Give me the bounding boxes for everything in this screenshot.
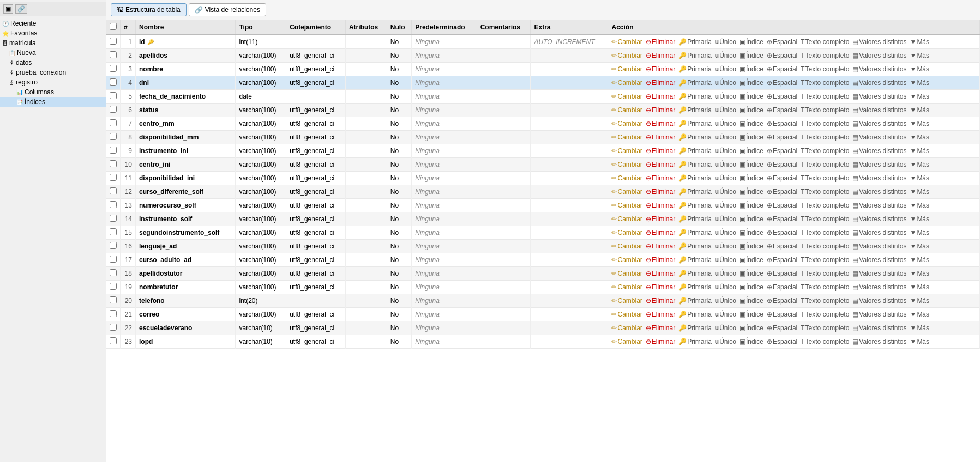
spatial-link[interactable]: ⊕ Espacial xyxy=(767,79,797,87)
fulltext-link[interactable]: T Texto completo xyxy=(801,311,849,318)
row-checkbox[interactable] xyxy=(110,256,117,263)
more-link[interactable]: ▼ Más xyxy=(910,324,929,332)
edit-link[interactable]: ✏ Cambiar xyxy=(611,229,642,236)
delete-link[interactable]: ⊖ Eliminar xyxy=(646,65,675,73)
distinct-link[interactable]: ▤ Valores distintos xyxy=(852,215,906,223)
row-checkbox-cell[interactable] xyxy=(106,267,121,281)
distinct-link[interactable]: ▤ Valores distintos xyxy=(852,65,906,73)
row-checkbox[interactable] xyxy=(110,65,117,72)
unique-link[interactable]: u Único xyxy=(715,38,736,46)
fulltext-link[interactable]: T Texto completo xyxy=(801,202,849,209)
row-checkbox[interactable] xyxy=(110,160,117,167)
primary-link[interactable]: 🔑 Primaria xyxy=(678,297,712,305)
delete-link[interactable]: ⊖ Eliminar xyxy=(646,174,675,182)
edit-link[interactable]: ✏ Cambiar xyxy=(611,133,642,141)
unique-link[interactable]: u Único xyxy=(715,202,736,209)
unique-link[interactable]: u Único xyxy=(715,311,736,318)
spatial-link[interactable]: ⊕ Espacial xyxy=(767,65,797,73)
fulltext-link[interactable]: T Texto completo xyxy=(801,93,849,100)
row-checkbox[interactable] xyxy=(110,283,117,290)
index-link[interactable]: ▣ Índice xyxy=(739,174,763,182)
spatial-link[interactable]: ⊕ Espacial xyxy=(767,202,797,209)
row-checkbox-cell[interactable] xyxy=(106,35,121,49)
delete-link[interactable]: ⊖ Eliminar xyxy=(646,106,675,114)
unique-link[interactable]: u Único xyxy=(715,338,736,345)
delete-link[interactable]: ⊖ Eliminar xyxy=(646,215,675,223)
index-link[interactable]: ▣ Índice xyxy=(739,229,763,236)
index-link[interactable]: ▣ Índice xyxy=(739,242,763,250)
sidebar-item-matricula[interactable]: 🗄 matricula xyxy=(0,38,106,48)
index-link[interactable]: ▣ Índice xyxy=(739,147,763,155)
fulltext-link[interactable]: T Texto completo xyxy=(801,297,849,305)
index-link[interactable]: ▣ Índice xyxy=(739,311,763,318)
more-link[interactable]: ▼ Más xyxy=(910,38,929,46)
fulltext-link[interactable]: T Texto completo xyxy=(801,338,849,345)
row-checkbox[interactable] xyxy=(110,133,117,140)
edit-link[interactable]: ✏ Cambiar xyxy=(611,297,642,305)
edit-link[interactable]: ✏ Cambiar xyxy=(611,311,642,318)
spatial-link[interactable]: ⊕ Espacial xyxy=(767,133,797,141)
delete-link[interactable]: ⊖ Eliminar xyxy=(646,283,675,291)
relations-btn[interactable]: 🔗 Vista de relaciones xyxy=(189,3,266,16)
more-link[interactable]: ▼ Más xyxy=(910,147,929,155)
spatial-link[interactable]: ⊕ Espacial xyxy=(767,242,797,250)
sidebar-item-nueva[interactable]: 📋 Nueva xyxy=(0,48,106,58)
index-link[interactable]: ▣ Índice xyxy=(739,297,763,305)
row-checkbox-cell[interactable] xyxy=(106,294,121,308)
edit-link[interactable]: ✏ Cambiar xyxy=(611,52,642,59)
primary-link[interactable]: 🔑 Primaria xyxy=(678,311,712,318)
index-link[interactable]: ▣ Índice xyxy=(739,93,763,100)
unique-link[interactable]: u Único xyxy=(715,120,736,127)
primary-link[interactable]: 🔑 Primaria xyxy=(678,38,712,46)
index-link[interactable]: ▣ Índice xyxy=(739,120,763,127)
row-checkbox[interactable] xyxy=(110,215,117,222)
spatial-link[interactable]: ⊕ Espacial xyxy=(767,297,797,305)
edit-link[interactable]: ✏ Cambiar xyxy=(611,338,642,345)
delete-link[interactable]: ⊖ Eliminar xyxy=(646,256,675,264)
distinct-link[interactable]: ▤ Valores distintos xyxy=(852,229,906,236)
more-link[interactable]: ▼ Más xyxy=(910,242,929,250)
more-link[interactable]: ▼ Más xyxy=(910,174,929,182)
fulltext-link[interactable]: T Texto completo xyxy=(801,106,849,114)
unique-link[interactable]: u Único xyxy=(715,188,736,196)
more-link[interactable]: ▼ Más xyxy=(910,270,929,277)
more-link[interactable]: ▼ Más xyxy=(910,79,929,87)
primary-link[interactable]: 🔑 Primaria xyxy=(678,65,712,73)
fulltext-link[interactable]: T Texto completo xyxy=(801,65,849,73)
row-checkbox[interactable] xyxy=(110,78,117,86)
fulltext-link[interactable]: T Texto completo xyxy=(801,270,849,277)
distinct-link[interactable]: ▤ Valores distintos xyxy=(852,324,906,332)
row-checkbox-cell[interactable] xyxy=(106,131,121,144)
distinct-link[interactable]: ▤ Valores distintos xyxy=(852,270,906,277)
edit-link[interactable]: ✏ Cambiar xyxy=(611,174,642,182)
primary-link[interactable]: 🔑 Primaria xyxy=(678,120,712,127)
row-checkbox-cell[interactable] xyxy=(106,172,121,185)
row-checkbox-cell[interactable] xyxy=(106,76,121,90)
edit-link[interactable]: ✏ Cambiar xyxy=(611,38,642,46)
fulltext-link[interactable]: T Texto completo xyxy=(801,188,849,196)
row-checkbox[interactable] xyxy=(110,242,117,249)
delete-link[interactable]: ⊖ Eliminar xyxy=(646,79,675,87)
more-link[interactable]: ▼ Más xyxy=(910,297,929,305)
index-link[interactable]: ▣ Índice xyxy=(739,270,763,277)
spatial-link[interactable]: ⊕ Espacial xyxy=(767,256,797,264)
sidebar-item-favoritas[interactable]: ⭐ Favoritas xyxy=(0,28,106,38)
spatial-link[interactable]: ⊕ Espacial xyxy=(767,215,797,223)
structure-btn[interactable]: 🏗 Estructura de tabla xyxy=(111,3,187,16)
distinct-link[interactable]: ▤ Valores distintos xyxy=(852,202,906,209)
primary-link[interactable]: 🔑 Primaria xyxy=(678,202,712,209)
row-checkbox[interactable] xyxy=(110,296,117,303)
spatial-link[interactable]: ⊕ Espacial xyxy=(767,324,797,332)
distinct-link[interactable]: ▤ Valores distintos xyxy=(852,283,906,291)
more-link[interactable]: ▼ Más xyxy=(910,65,929,73)
delete-link[interactable]: ⊖ Eliminar xyxy=(646,161,675,168)
more-link[interactable]: ▼ Más xyxy=(910,338,929,345)
delete-link[interactable]: ⊖ Eliminar xyxy=(646,202,675,209)
edit-link[interactable]: ✏ Cambiar xyxy=(611,106,642,114)
distinct-link[interactable]: ▤ Valores distintos xyxy=(852,311,906,318)
more-link[interactable]: ▼ Más xyxy=(910,106,929,114)
delete-link[interactable]: ⊖ Eliminar xyxy=(646,147,675,155)
delete-link[interactable]: ⊖ Eliminar xyxy=(646,120,675,127)
row-checkbox-cell[interactable] xyxy=(106,49,121,63)
primary-link[interactable]: 🔑 Primaria xyxy=(678,133,712,141)
